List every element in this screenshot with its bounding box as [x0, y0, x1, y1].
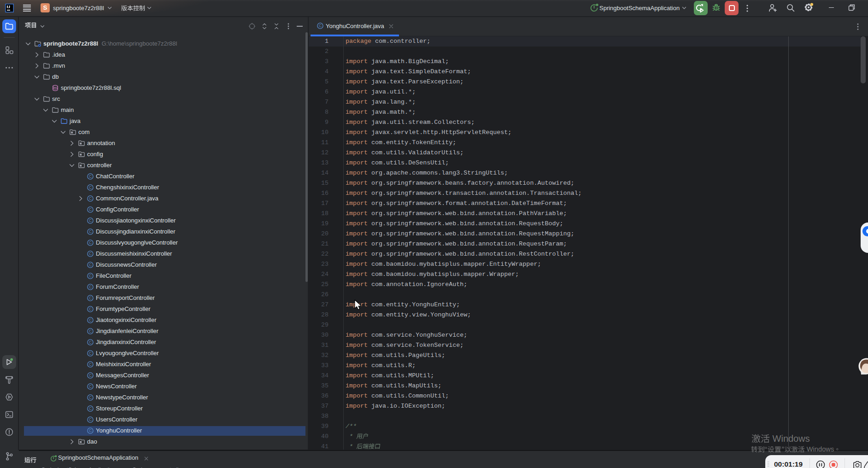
svg-text:C: C [89, 362, 92, 367]
svg-text:C: C [89, 428, 92, 433]
svg-text:C: C [89, 274, 92, 278]
svg-text:C: C [89, 185, 92, 190]
svg-text:C: C [89, 417, 92, 422]
svg-text:C: C [89, 174, 92, 179]
svg-text:C: C [89, 285, 92, 289]
svg-text:C: C [89, 307, 92, 311]
svg-text:C: C [89, 207, 92, 212]
svg-text:C: C [89, 252, 92, 256]
svg-text:C: C [89, 296, 92, 300]
svg-text:C: C [89, 196, 92, 201]
svg-text:C: C [89, 340, 92, 345]
svg-text:C: C [89, 329, 92, 333]
svg-text:C: C [89, 229, 92, 234]
svg-text:C: C [89, 263, 92, 267]
svg-text:C: C [89, 351, 92, 356]
svg-text:C: C [89, 406, 92, 411]
svg-text:C: C [89, 218, 92, 223]
svg-text:C: C [89, 240, 92, 245]
svg-text:C: C [319, 23, 322, 28]
svg-text:C: C [89, 395, 92, 400]
svg-text:C: C [89, 318, 92, 322]
svg-text:C: C [89, 384, 92, 389]
svg-text:C: C [89, 373, 92, 378]
